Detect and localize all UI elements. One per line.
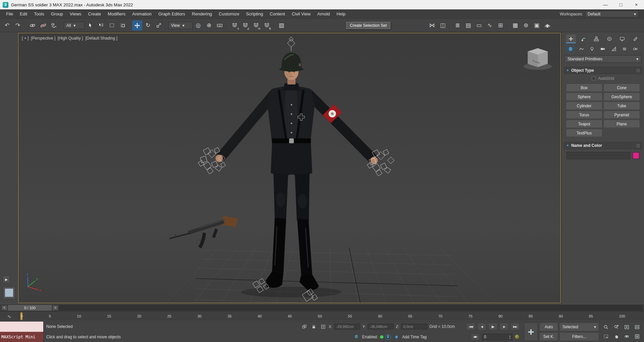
- redo-button[interactable]: ↷: [13, 20, 23, 31]
- object-type-button[interactable]: Tube: [604, 102, 639, 110]
- modify-tab[interactable]: [579, 35, 589, 43]
- motion-tab[interactable]: [604, 35, 614, 43]
- menu-item[interactable]: Arnold: [314, 11, 333, 16]
- current-frame-spinner[interactable]: 0 ▴ ▾: [482, 334, 513, 340]
- render-setup-button[interactable]: ⊛: [521, 20, 531, 31]
- rendered-frame-window-button[interactable]: ▣: [532, 20, 542, 31]
- menu-item[interactable]: Views: [66, 11, 85, 16]
- object-type-rollout-header[interactable]: ▼ Object Type: [564, 67, 642, 74]
- object-type-button[interactable]: Teapot: [567, 120, 602, 128]
- object-type-button[interactable]: TextPlus: [567, 129, 602, 137]
- window-crossing-toggle[interactable]: [117, 20, 127, 31]
- absolute-offset-toggle[interactable]: [319, 323, 327, 330]
- menu-item[interactable]: Graph Editors: [155, 11, 189, 16]
- menu-item[interactable]: Tools: [31, 11, 47, 16]
- selection-lock-toggle[interactable]: [310, 323, 317, 330]
- maximize-button[interactable]: □: [613, 0, 629, 9]
- next-frame-button[interactable]: >: [52, 305, 58, 310]
- bind-to-space-warp-button[interactable]: [49, 20, 59, 31]
- select-and-link-button[interactable]: [28, 20, 38, 31]
- zoom-all-button[interactable]: [611, 323, 621, 332]
- toggle-scene-explorer-button[interactable]: ≣: [452, 20, 463, 31]
- menu-item[interactable]: Group: [48, 11, 66, 16]
- frame-ruler[interactable]: 0510152025303540455055606570758085909510…: [19, 311, 644, 321]
- spinner-snap-toggle[interactable]: ⇅: [262, 20, 272, 31]
- object-type-button[interactable]: Cone: [604, 84, 639, 92]
- zoom-button[interactable]: [601, 323, 611, 332]
- select-and-scale-button[interactable]: [154, 20, 164, 31]
- object-type-button[interactable]: Torus: [567, 111, 602, 119]
- utilities-tab[interactable]: [630, 35, 640, 43]
- close-button[interactable]: ×: [629, 0, 644, 9]
- object-type-button[interactable]: Box: [567, 84, 602, 92]
- minimize-button[interactable]: —: [598, 0, 613, 9]
- create-tab[interactable]: [566, 35, 576, 43]
- time-slider-track[interactable]: [59, 305, 643, 310]
- scene-security-toggle[interactable]: [353, 334, 360, 340]
- add-time-tag-label[interactable]: Add Time Tag: [402, 335, 427, 339]
- material-editor-button[interactable]: ▦: [510, 20, 520, 31]
- object-type-button[interactable]: Pyramid: [604, 111, 639, 119]
- zoom-extents-button[interactable]: [622, 323, 632, 332]
- angle-snap-toggle[interactable]: ∠: [240, 20, 250, 31]
- viewport-general-menu[interactable]: [ + ]: [22, 36, 29, 41]
- layout-tabs-expand-button[interactable]: ▶: [3, 276, 10, 283]
- shapes-category[interactable]: [577, 45, 586, 53]
- next-frame-playback-button[interactable]: |▶: [499, 323, 508, 330]
- cameras-category[interactable]: [598, 45, 607, 53]
- selection-filter-dropdown[interactable]: All ▾: [64, 22, 85, 29]
- percent-snap-toggle[interactable]: %: [251, 20, 261, 31]
- object-type-button[interactable]: Sphere: [567, 93, 602, 101]
- schematic-view-button[interactable]: ⊞: [495, 20, 505, 31]
- macro-recorder-pane[interactable]: [0, 322, 43, 332]
- helpers-category[interactable]: [609, 45, 619, 53]
- orbit-button[interactable]: [622, 332, 632, 341]
- toggle-layer-explorer-button[interactable]: ▤: [463, 20, 473, 31]
- menu-item[interactable]: Animation: [129, 11, 155, 16]
- go-to-end-button[interactable]: ▶▶|: [511, 323, 520, 330]
- workspace-dropdown[interactable]: Default ▾: [585, 11, 639, 17]
- edit-named-selection-sets-button[interactable]: ▧: [276, 20, 286, 31]
- perspective-viewport[interactable]: Front x y z [ + ] [Perspective ] [High Q…: [18, 33, 561, 303]
- geometry-category[interactable]: [566, 45, 575, 53]
- maximize-viewport-toggle[interactable]: [632, 332, 642, 341]
- set-keys-button[interactable]: [524, 323, 538, 341]
- spinner-buttons[interactable]: ▴ ▾: [507, 335, 512, 339]
- object-type-button[interactable]: Plane: [604, 120, 639, 128]
- select-and-rotate-button[interactable]: ↻: [143, 20, 153, 31]
- previous-frame-playback-button[interactable]: ◀|: [477, 323, 486, 330]
- set-key-button[interactable]: Set K.: [539, 332, 558, 341]
- menu-item[interactable]: Customize: [215, 11, 243, 16]
- use-pivot-center-button[interactable]: ◎: [193, 20, 203, 31]
- blocked-commands-badge[interactable]: 0: [385, 334, 391, 340]
- pan-view-button[interactable]: [611, 332, 621, 341]
- menu-item[interactable]: Modifiers: [104, 11, 129, 16]
- viewport-shading-menu[interactable]: [Default Shading ]: [85, 36, 117, 41]
- display-tab[interactable]: [617, 35, 627, 43]
- menu-item[interactable]: File: [3, 11, 16, 16]
- object-color-swatch[interactable]: [633, 152, 639, 159]
- isolate-selection-toggle[interactable]: [301, 323, 308, 330]
- select-and-move-button[interactable]: [132, 20, 142, 31]
- auto-key-button[interactable]: Auto: [539, 323, 558, 331]
- zoom-region-button[interactable]: [601, 332, 611, 341]
- toggle-ribbon-button[interactable]: ▭: [474, 20, 484, 31]
- unlink-selection-button[interactable]: [38, 20, 48, 31]
- object-type-button[interactable]: GeoSphere: [604, 93, 639, 101]
- go-to-start-button[interactable]: |◀◀: [466, 323, 475, 330]
- curve-editor-button[interactable]: ∿: [485, 20, 495, 31]
- previous-frame-button[interactable]: <: [1, 305, 7, 310]
- selection-set-dropdown[interactable]: Selected ▾: [559, 323, 599, 331]
- z-coord-field[interactable]: 0,0cm: [401, 324, 427, 330]
- key-filters-button[interactable]: Filters...: [559, 332, 599, 341]
- select-and-manipulate-button[interactable]: ⊕: [204, 20, 214, 31]
- lights-category[interactable]: [587, 45, 597, 53]
- select-object-button[interactable]: [85, 20, 95, 31]
- undo-button[interactable]: ↶: [2, 20, 12, 31]
- open-mini-curve-editor-button[interactable]: ∿: [0, 311, 19, 321]
- play-button[interactable]: ▶: [488, 323, 497, 330]
- time-tag-button[interactable]: [393, 334, 400, 340]
- menu-item[interactable]: Scripting: [243, 11, 267, 16]
- menu-item[interactable]: Create: [85, 11, 104, 16]
- key-mode-toggle[interactable]: ◀▶: [471, 334, 480, 340]
